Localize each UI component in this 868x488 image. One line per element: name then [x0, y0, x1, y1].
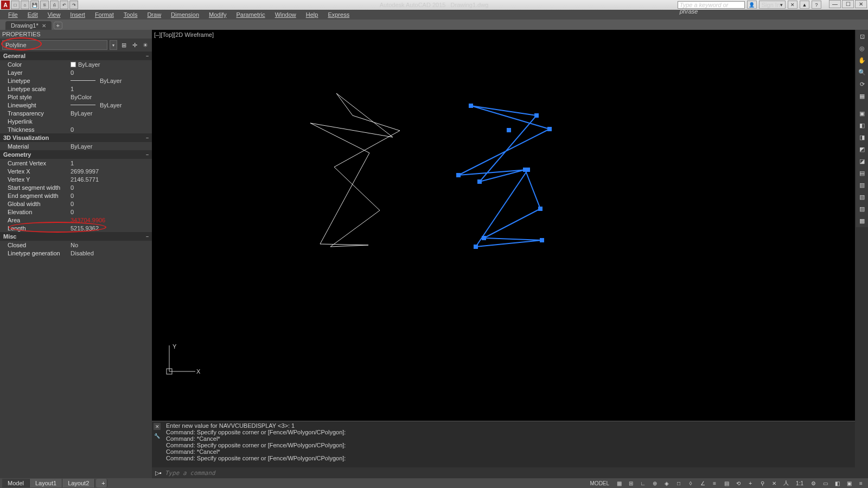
qat-redo-icon[interactable]: ↷ [69, 1, 78, 9]
navbar-showmotion-icon[interactable]: ▦ [857, 91, 867, 101]
infocenter-icon[interactable]: 👤 [747, 1, 757, 9]
navbar-pan-icon[interactable]: ✋ [857, 55, 867, 65]
menu-window[interactable]: Window [270, 10, 301, 19]
search-input[interactable]: Type a keyword or phrase [678, 1, 745, 9]
navbar-fullnav-icon[interactable]: ⊡ [857, 31, 867, 41]
file-tab[interactable]: Drawing1* ✕ [5, 21, 52, 30]
navbar-steering-icon[interactable]: ◎ [857, 43, 867, 53]
exchange-icon[interactable]: ✕ [788, 1, 797, 9]
status-osnap-icon[interactable]: □ [674, 480, 684, 487]
menu-tools[interactable]: Tools [119, 10, 143, 19]
add-layout-button[interactable]: + [96, 479, 107, 487]
tool-icon[interactable]: ◧ [857, 120, 867, 130]
qat-new-icon[interactable]: □ [11, 1, 20, 9]
property-row[interactable]: Current Vertex1 [0, 159, 152, 167]
menu-insert[interactable]: Insert [65, 10, 90, 19]
help-icon[interactable]: ? [812, 1, 821, 9]
tool-icon[interactable]: ▤ [857, 168, 867, 178]
property-row[interactable]: LinetypeByLayer [0, 76, 152, 85]
pickadd-icon[interactable]: ✛ [130, 40, 139, 50]
menu-edit[interactable]: Edit [23, 10, 43, 19]
add-tab-button[interactable]: + [54, 22, 62, 29]
tool-icon[interactable]: ▥ [857, 180, 867, 190]
property-row[interactable]: Vertex X2699.9997 [0, 167, 152, 175]
qat-open-icon[interactable]: ⌂ [21, 1, 29, 9]
tool-icon[interactable]: ◨ [857, 132, 867, 142]
menu-view[interactable]: View [43, 10, 66, 19]
selectobjects-icon[interactable]: ☀ [141, 40, 150, 50]
status-otrack-icon[interactable]: ∠ [698, 480, 707, 487]
property-row[interactable]: Length5215.9362 [0, 224, 152, 232]
status-ortho-icon[interactable]: ∟ [638, 480, 648, 487]
status-icon[interactable]: ▭ [820, 480, 830, 487]
drawing-viewport[interactable]: [–][Top][2D Wireframe] [152, 30, 855, 421]
status-isodraft-icon[interactable]: ◈ [662, 480, 672, 487]
quickselect-icon[interactable]: ⊞ [119, 40, 128, 50]
command-line[interactable]: ▷▪ [152, 467, 855, 478]
status-gear-icon[interactable]: ⚙ [808, 480, 818, 487]
tool-icon[interactable]: ◪ [857, 156, 867, 166]
property-row[interactable]: Layer0 [0, 68, 152, 76]
window-minimize-button[interactable]: — [829, 0, 841, 8]
status-annomonitor-icon[interactable]: + [745, 480, 755, 487]
menu-help[interactable]: Help [301, 10, 323, 19]
property-row[interactable]: Global width0 [0, 200, 152, 208]
qat-plot-icon[interactable]: ⎙ [50, 1, 59, 9]
property-row[interactable]: ColorByLayer [0, 60, 152, 68]
property-row[interactable]: Elevation0 [0, 208, 152, 216]
signin-button[interactable]: Sign In ▾ [759, 1, 786, 9]
polyline-selected[interactable] [456, 104, 552, 249]
tool-icon[interactable]: ▧ [857, 192, 867, 202]
a360-icon[interactable]: ▲ [800, 1, 809, 9]
menu-file[interactable]: File [3, 10, 23, 19]
status-icon[interactable]: ✕ [769, 480, 779, 487]
tool-icon[interactable]: ▣ [857, 108, 867, 118]
layout-tab[interactable]: Layout2 [62, 479, 95, 487]
status-icon[interactable]: ▣ [844, 480, 854, 487]
menu-dimension[interactable]: Dimension [166, 10, 204, 19]
tool-icon[interactable]: ▩ [857, 216, 867, 226]
section-header[interactable]: Geometry– [0, 150, 152, 159]
property-row[interactable]: Thickness0 [0, 125, 152, 133]
status-polar-icon[interactable]: ⊕ [650, 480, 660, 487]
property-row[interactable]: Start segment width0 [0, 183, 152, 191]
menu-parametric[interactable]: Parametric [231, 10, 270, 19]
section-header[interactable]: General– [0, 52, 152, 60]
menu-express[interactable]: Express [323, 10, 354, 19]
layout-tab-model[interactable]: Model [2, 479, 30, 487]
navbar-zoom-icon[interactable]: 🔍 [857, 67, 867, 77]
section-header[interactable]: 3D Visualization– [0, 133, 152, 142]
close-tab-icon[interactable]: ✕ [42, 23, 46, 29]
property-row[interactable]: Linetype generationDisabled [0, 249, 152, 257]
navbar-orbit-icon[interactable]: ⟳ [857, 79, 867, 89]
property-row[interactable]: Linetype scale1 [0, 85, 152, 93]
property-row[interactable]: TransparencyByLayer [0, 109, 152, 117]
status-lineweight-icon[interactable]: ≡ [710, 480, 719, 487]
window-maximize-button[interactable]: ☐ [842, 0, 854, 8]
qat-saveas-icon[interactable]: ⎘ [40, 1, 49, 9]
status-3dosnap-icon[interactable]: ◊ [686, 480, 695, 487]
property-row[interactable]: MaterialByLayer [0, 142, 152, 150]
status-icon[interactable]: ⚲ [757, 480, 767, 487]
status-cycling-icon[interactable]: ⟲ [733, 480, 743, 487]
cmdhist-settings-icon[interactable]: 🔧 [154, 432, 161, 439]
menu-modify[interactable]: Modify [204, 10, 231, 19]
tool-icon[interactable]: ▨ [857, 204, 867, 214]
command-history[interactable]: ✕ 🔧 Enter new value for NAVVCUBEDISPLAY … [152, 421, 855, 467]
status-annoscale-icon[interactable]: 人 [781, 479, 791, 487]
menu-draw[interactable]: Draw [142, 10, 166, 19]
status-icon[interactable]: ◧ [832, 480, 842, 487]
window-close-button[interactable]: ✕ [855, 0, 867, 8]
property-row[interactable]: Plot styleByColor [0, 93, 152, 101]
qat-save-icon[interactable]: 💾 [30, 1, 39, 9]
status-model[interactable]: MODEL [588, 480, 612, 487]
status-customize-icon[interactable]: ≡ [856, 480, 866, 487]
property-row[interactable]: ClosedNo [0, 241, 152, 249]
selection-type-dropdown[interactable]: Polyline [2, 40, 107, 50]
status-snap-icon[interactable]: ⊞ [626, 480, 636, 487]
qat-undo-icon[interactable]: ↶ [60, 1, 68, 9]
status-transparency-icon[interactable]: ▤ [722, 480, 731, 487]
property-row[interactable]: Area343704.9906 [0, 216, 152, 224]
property-row[interactable]: Hyperlink [0, 117, 152, 125]
polyline-white[interactable] [310, 93, 400, 247]
